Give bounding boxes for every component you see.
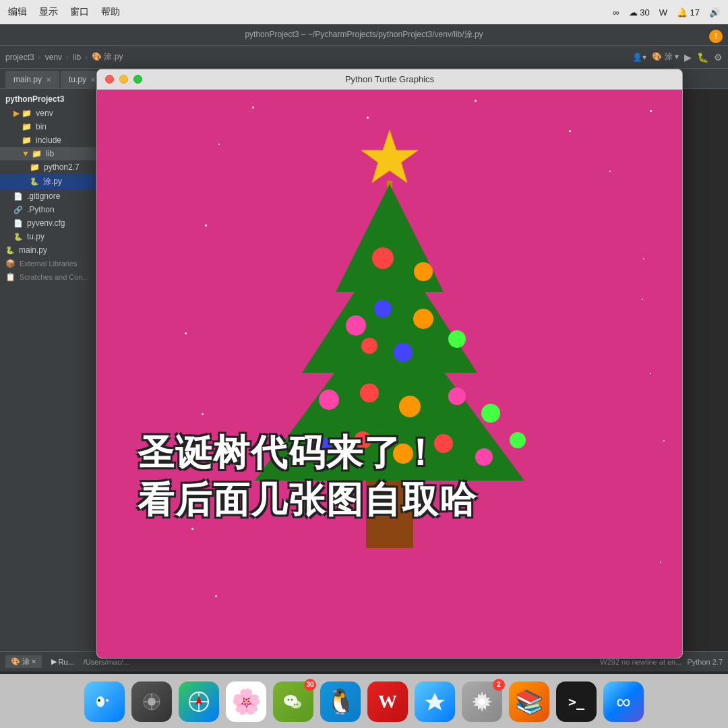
run-icon: ▶ <box>684 52 692 63</box>
sidebar-label-main-py: main.py <box>19 245 47 255</box>
svg-point-8 <box>346 315 366 336</box>
svg-rect-33 <box>151 706 152 710</box>
menu-display[interactable]: 显示 <box>39 6 58 18</box>
sidebar-item-lib[interactable]: ▼ 📁 lib <box>0 147 96 160</box>
tab-main-py[interactable]: main.py ✕ <box>5 71 59 88</box>
status-tab[interactable]: 🎨 涂 × <box>5 655 42 668</box>
menu-help[interactable]: 帮助 <box>101 6 120 18</box>
folder-icon-bin: 📁 <box>22 122 32 131</box>
svg-point-31 <box>148 698 156 706</box>
dock-icon-settings[interactable]: 2 <box>462 681 502 722</box>
sidebar-label-python: .Python <box>27 205 55 214</box>
sidebar-item-scratches[interactable]: 📋 Scratches and Con... <box>0 270 96 284</box>
wps-icon: W <box>659 7 667 18</box>
debug-icon: 🐛 <box>697 52 708 63</box>
svg-point-28 <box>98 699 100 702</box>
tab-main-py-label: main.py <box>13 75 42 84</box>
run-label: Ru... <box>59 658 74 666</box>
dock-icon-wps[interactable]: W <box>367 681 408 722</box>
settings-badge: 2 <box>493 679 505 691</box>
folder-icon-include: 📁 <box>22 135 32 145</box>
wps-letter-icon: W <box>378 691 397 712</box>
dock-icon-photos[interactable]: 🌸 <box>226 681 266 722</box>
dock-icon-qq[interactable]: 🐧 <box>320 681 361 722</box>
turtle-canvas: 圣诞树代码来了！ 看后面几张图自取哈 <box>97 90 682 658</box>
dock-icon-books[interactable]: 📚 <box>509 681 549 722</box>
breadcrumb-venv: venv <box>45 53 62 62</box>
christmas-tree-svg <box>160 117 619 622</box>
turtle-window: Python Turtle Graphics <box>96 69 683 659</box>
menu-window[interactable]: 窗口 <box>70 6 89 18</box>
sidebar-label-scratches: Scratches and Con... <box>20 273 89 281</box>
infinite-symbol-icon: ∞ <box>616 690 630 713</box>
overlay-text: 圣诞树代码来了！ 看后面几张图自取哈 <box>138 429 477 523</box>
dock-icon-launchpad[interactable] <box>131 681 172 722</box>
menu-edit[interactable]: 编辑 <box>8 6 27 18</box>
snow-dot <box>663 440 665 442</box>
file-icon-python: 🔗 <box>13 206 23 214</box>
branch-icon: 🎨 涂 ▾ <box>652 51 679 63</box>
snow-dot <box>642 299 643 300</box>
sidebar-item-venv[interactable]: ▶ 📁 venv <box>0 107 96 120</box>
svg-point-14 <box>319 390 339 410</box>
svg-point-41 <box>291 700 301 708</box>
tab-main-py-close[interactable]: ✕ <box>46 76 51 84</box>
status-tab-label: 🎨 涂 × <box>11 657 36 665</box>
svg-point-17 <box>448 388 466 405</box>
sidebar-label-gitignore: .gitignore <box>27 191 60 201</box>
warning-badge: ! <box>709 30 723 43</box>
close-button[interactable] <box>105 75 114 84</box>
dock-icon-terminal[interactable]: >_ <box>556 681 597 722</box>
svg-point-9 <box>374 300 392 317</box>
wechat-icon <box>281 690 305 714</box>
sidebar: pythonProject3 ▶ 📁 venv 📁 bin 📁 include … <box>0 89 96 651</box>
sidebar-item-bin[interactable]: 📁 bin <box>0 120 96 133</box>
ide-title: pythonProject3 – ~/PycharmProjects/pytho… <box>245 29 483 40</box>
sidebar-item-include[interactable]: 📁 include <box>0 133 96 147</box>
social-count: ☁ 30 <box>629 7 650 18</box>
sidebar-item-main-py[interactable]: 🐍 main.py <box>0 243 96 257</box>
run-button[interactable]: ▶ Ru... <box>47 656 78 667</box>
snow-dot <box>252 107 254 109</box>
maximize-button[interactable] <box>133 75 142 84</box>
sidebar-label-venv: venv <box>36 109 53 118</box>
svg-point-26 <box>96 696 104 707</box>
sidebar-label-lib: lib <box>46 149 54 158</box>
appstore-icon <box>423 690 446 713</box>
settings-tool-icon: ⚙ <box>714 52 723 63</box>
sidebar-label-pyvenv: pyvenv.cfg <box>27 218 65 228</box>
sidebar-item-python-link[interactable]: 🔗 .Python <box>0 203 96 216</box>
wechat-badge: 30 <box>304 679 316 691</box>
turtle-titlebar: Python Turtle Graphics <box>97 69 682 90</box>
sidebar-item-gitignore[interactable]: 📄 .gitignore <box>0 189 96 203</box>
sidebar-item-tu-py-root[interactable]: 🐍 tu.py <box>0 230 96 243</box>
svg-point-13 <box>394 343 413 362</box>
dock-icon-safari[interactable] <box>179 681 219 722</box>
overlay-line1: 圣诞树代码来了！ <box>138 429 477 476</box>
dock-icon-infinite[interactable]: ∞ <box>603 681 644 722</box>
dock-icon-finder[interactable] <box>84 681 125 722</box>
sidebar-item-pyvenv[interactable]: 📄 pyvenv.cfg <box>0 216 96 230</box>
menu-bar-right: ∞ ☁ 30 W 🔔 17 🔊 <box>613 7 720 18</box>
sidebar-item-ext-libs[interactable]: 📦 External Libraries <box>0 257 96 270</box>
svg-point-7 <box>414 262 433 281</box>
minimize-button[interactable] <box>119 75 128 84</box>
svg-point-43 <box>291 698 293 700</box>
svg-rect-34 <box>144 701 147 702</box>
py-icon-tu: 🐍 <box>30 177 39 186</box>
sidebar-item-python27[interactable]: 📁 python2.7 <box>0 160 96 174</box>
launchpad-icon <box>142 692 162 712</box>
infinite-icon: ∞ <box>613 7 619 18</box>
dock-icon-appstore[interactable] <box>415 681 455 722</box>
svg-point-44 <box>294 703 295 704</box>
tab-tu-py-close[interactable]: ✕ <box>90 76 96 84</box>
snow-dot <box>650 373 651 374</box>
volume-icon: 🔊 <box>709 7 720 18</box>
sidebar-item-tu-py[interactable]: 🐍 涂.py <box>0 174 96 189</box>
svg-point-6 <box>372 247 394 269</box>
dock-icon-wechat[interactable]: 30 <box>273 681 313 722</box>
breadcrumb-file: 🎨 涂.py <box>92 51 123 63</box>
folder-icon: ▶ 📁 <box>13 109 32 118</box>
breadcrumb-lib: lib <box>73 53 81 62</box>
svg-point-23 <box>475 448 493 466</box>
